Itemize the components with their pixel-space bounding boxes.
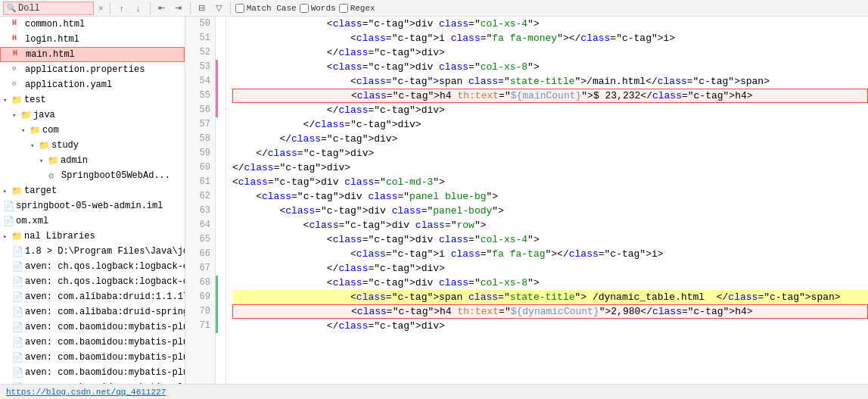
gutter-71: [216, 319, 218, 333]
search-icon: 🔍: [7, 4, 16, 13]
sidebar-item-label: main.html: [26, 49, 75, 60]
next-result-button[interactable]: ↓: [132, 2, 145, 15]
sidebar-item-label: Springboot05WebAd...: [61, 170, 170, 181]
regex-checkbox[interactable]: [339, 4, 348, 13]
sidebar-item-mybatis-plus-boot[interactable]: 📄aven: com.baomidou:mybatis-plus-boot-st: [0, 350, 185, 365]
sidebar-item-label: springboot-05-web-admin.iml: [16, 201, 163, 211]
code-line-59[interactable]: </class="c-tag">div>: [232, 146, 868, 161]
sidebar-item-mybatis-plus-core[interactable]: 📄aven: com.baomidou:mybatis-plus-core:3.…: [0, 365, 185, 380]
search-input[interactable]: Doll: [18, 3, 40, 14]
line-number-60: 60: [190, 161, 210, 175]
match-case-label[interactable]: Match Case: [235, 4, 297, 13]
status-url[interactable]: https://blog.csdn.net/qq_4611227: [6, 388, 166, 397]
code-line-57[interactable]: </class="c-tag">div>: [232, 117, 868, 132]
sidebar-item-application-props[interactable]: ⚙application.properties: [0, 62, 185, 77]
code-line-66[interactable]: <class="c-tag">i class="fa fa-tag"></cla…: [232, 247, 868, 261]
sidebar-item-java[interactable]: ▾📁java: [0, 108, 185, 123]
sidebar-item-druid[interactable]: 📄aven: com.alibaba:druid:1.1.17: [0, 289, 185, 304]
gutter-50: [216, 17, 226, 31]
code-line-60[interactable]: </class="c-tag">div>: [232, 161, 868, 175]
sidebar-item-label: 1.8 > D:\Program Files\Java\jdk1.8.0_101: [25, 246, 185, 257]
words-label[interactable]: Words: [300, 4, 336, 13]
file-icon: 📄: [12, 291, 23, 302]
code-line-54[interactable]: <class="c-tag">span class="state-title">…: [232, 74, 868, 89]
code-area[interactable]: 5051525354555657585960616263646566676869…: [185, 17, 868, 384]
sidebar-item-common-html[interactable]: Hcommon.html: [0, 17, 185, 32]
html-icon: H: [13, 49, 23, 60]
line-number-65: 65: [190, 232, 210, 247]
code-line-53[interactable]: <class="c-tag">div class="col-xs-8">: [232, 60, 868, 74]
code-line-52[interactable]: </class="c-tag">div>: [232, 45, 868, 60]
line-number-63: 63: [190, 204, 210, 218]
prev-result-button[interactable]: ↑: [115, 2, 129, 15]
words-text: Words: [311, 4, 336, 13]
gutter-64: [216, 218, 226, 232]
match-case-checkbox[interactable]: [235, 4, 244, 13]
sidebar-item-login-html[interactable]: Hlogin.html: [0, 32, 185, 47]
sidebar-item-application-yaml[interactable]: ⚙application.yaml: [0, 77, 185, 92]
line-number-57: 57: [190, 117, 210, 132]
file-icon: 📄: [12, 337, 23, 348]
code-line-51[interactable]: <class="c-tag">i class="fa fa-money"></c…: [232, 31, 868, 45]
sidebar-item-mybatis-plus[interactable]: 📄aven: com.baomidou:mybatis-plus:3.4.1: [0, 320, 185, 335]
regex-label[interactable]: Regex: [339, 4, 375, 13]
gutter-62: [216, 189, 226, 204]
sidebar-item-test[interactable]: ▾📁test: [0, 92, 185, 108]
sidebar-item-label: aven: com.baomidou:mybatis-plus-annota: [25, 337, 185, 348]
code-line-67[interactable]: </class="c-tag">div>: [232, 261, 868, 276]
code-line-62[interactable]: <class="c-tag">div class="panel blue-bg"…: [232, 189, 868, 204]
code-line-64[interactable]: <class="c-tag">div class="row">: [232, 218, 868, 232]
sidebar-item-nal-libs[interactable]: ▸📁nal Libraries: [0, 229, 185, 244]
code-line-68[interactable]: <class="c-tag">div class="col-xs-8">: [232, 276, 868, 290]
filter-button[interactable]: ⊟: [195, 2, 209, 15]
sidebar-item-springboot-iml[interactable]: 📄springboot-05-web-admin.iml: [0, 198, 185, 214]
sidebar-item-study[interactable]: ▾📁study: [0, 138, 185, 153]
line-numbers: 5051525354555657585960616263646566676869…: [185, 17, 216, 384]
gutter-60: [216, 161, 226, 175]
code-line-61[interactable]: <class="c-tag">div class="col-md-3">: [232, 175, 868, 189]
folder-icon: 📁: [30, 125, 40, 136]
line-number-69: 69: [190, 290, 210, 304]
sidebar-item-label: application.properties: [25, 64, 145, 75]
code-line-70[interactable]: <class="c-tag">h4 th:text="${dynamicCoun…: [232, 304, 868, 319]
line-number-61: 61: [190, 175, 210, 189]
line-number-70: 70: [190, 304, 210, 319]
sidebar-item-main-html[interactable]: Hmain.html: [0, 47, 185, 62]
line-number-59: 59: [190, 146, 210, 161]
line-number-62: 62: [190, 189, 210, 204]
funnel-button[interactable]: ▽: [212, 2, 226, 15]
expand-button[interactable]: ⇤: [155, 2, 169, 15]
file-icon: 📄: [12, 352, 23, 363]
code-line-50[interactable]: <class="c-tag">div class="col-xs-4">: [232, 17, 868, 31]
sidebar-item-om-xml[interactable]: 📄om.xml: [0, 214, 185, 229]
close-search-button[interactable]: ✕: [97, 3, 105, 13]
folder-arrow: ▾: [30, 142, 38, 150]
code-line-58[interactable]: </class="c-tag">div>: [232, 132, 868, 146]
gutter-57: [216, 117, 226, 132]
folder-arrow: ▾: [12, 111, 20, 120]
sidebar-item-com[interactable]: ▾📁com: [0, 123, 185, 138]
sidebar-item-label: test: [24, 95, 46, 105]
file-icon: 📄: [12, 307, 23, 317]
code-line-63[interactable]: <class="c-tag">div class="panel-body">: [232, 204, 868, 218]
sidebar-item-logback-core[interactable]: 📄aven: ch.qos.logback:logback-core:1.2.3: [0, 274, 185, 289]
code-line-71[interactable]: </class="c-tag">div>: [232, 319, 868, 333]
code-line-69[interactable]: <class="c-tag">span class="state-title">…: [232, 290, 868, 304]
collapse-button[interactable]: ⇥: [172, 2, 185, 15]
sidebar-item-mybatis-plus-annot[interactable]: 📄aven: com.baomidou:mybatis-plus-annota: [0, 335, 185, 350]
sidebar-item-logback-classic[interactable]: 📄aven: ch.qos.logback:logback-classic:1.…: [0, 259, 185, 274]
sidebar-item-target[interactable]: ▸📁target: [0, 183, 185, 198]
code-line-55[interactable]: <class="c-tag">h4 th:text="${mainCount}"…: [232, 89, 868, 103]
folder-icon: 📁: [20, 110, 31, 120]
words-checkbox[interactable]: [300, 4, 309, 13]
code-line-65[interactable]: <class="c-tag">div class="col-xs-4">: [232, 232, 868, 247]
sidebar-item-jdk18[interactable]: 📄1.8 > D:\Program Files\Java\jdk1.8.0_10…: [0, 244, 185, 259]
code-line-56[interactable]: </class="c-tag">div>: [232, 103, 868, 117]
sidebar-item-springboot05[interactable]: ⚙Springboot05WebAd...: [0, 168, 185, 183]
sidebar-item-label: aven: ch.qos.logback:logback-core:1.2.3: [25, 276, 185, 287]
folder-icon: 📁: [39, 140, 49, 151]
sidebar-item-druid-spring[interactable]: 📄aven: com.alibaba:druid-spring-boot-sta…: [0, 304, 185, 320]
sidebar-item-label: nal Libraries: [24, 231, 95, 242]
folder-arrow: ▸: [3, 187, 11, 195]
sidebar-item-admin[interactable]: ▾📁admin: [0, 153, 185, 168]
